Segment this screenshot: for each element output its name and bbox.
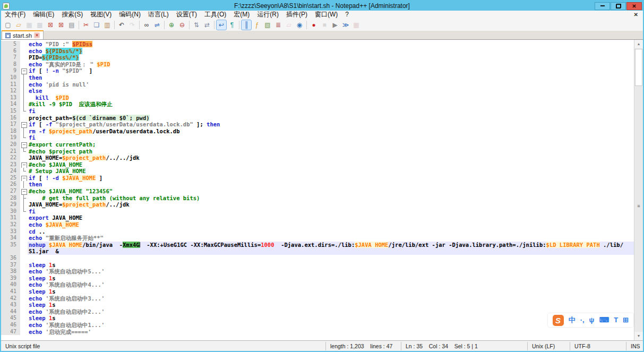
scrollbar-grip-icon[interactable]: ≡ — [634, 203, 643, 209]
code-line[interactable]: 46echo '系统自动启动中1...' — [1, 322, 634, 329]
code-line[interactable]: 40echo '系统自动启动中4...' — [1, 281, 634, 288]
code-line[interactable]: 36 — [1, 255, 634, 262]
menu-item[interactable]: 文件(F) — [1, 11, 29, 19]
fold-marker[interactable] — [20, 188, 28, 195]
word-wrap-icon[interactable]: ↩ — [217, 20, 226, 30]
menu-item[interactable]: 插件(P) — [282, 11, 311, 19]
code-line[interactable]: 39sleep 1s — [1, 275, 634, 282]
status-encoding[interactable]: UTF-8 — [570, 342, 626, 350]
code-line[interactable]: 27#echo $JAVA_HOME "123456" — [1, 188, 634, 195]
code-line[interactable]: 16project_path=$(cd `dirname $0`; pwd) — [1, 115, 634, 122]
zoom-out-icon[interactable]: ⊖ — [177, 20, 187, 30]
sync-horizontal-scroll-icon[interactable]: ⇄ — [202, 20, 212, 30]
code-line[interactable]: 11echo 'pid is null' — [1, 81, 634, 88]
close-button[interactable]: ✕ — [626, 2, 642, 10]
tab-start-sh[interactable]: start.sh ✕ — [2, 30, 44, 39]
code-line[interactable]: 22JAVA_HOME=$project_path/../../jdk — [1, 154, 634, 161]
code-line[interactable]: 34echo "重新启动服务开始**" — [1, 235, 634, 242]
code-line[interactable]: 30fi — [1, 208, 634, 215]
code-line[interactable]: 10then — [1, 74, 634, 81]
code-line[interactable]: 47echo '启动完成=====' — [1, 329, 634, 336]
menu-item[interactable]: 设置(T) — [173, 11, 201, 19]
code-line[interactable]: 44echo '系统自动启动中2...' — [1, 308, 634, 315]
code-line[interactable]: 12else — [1, 88, 634, 95]
copy-icon[interactable]: ❏ — [92, 20, 101, 30]
scroll-down-icon[interactable]: ▼ — [634, 332, 643, 340]
menu-item[interactable]: ? — [341, 11, 353, 19]
code-line[interactable]: 7PID=${PIDss%/*} — [1, 54, 634, 61]
code-area[interactable]: 5echo "PID :" $PIDss6echo ${PIDss%/*}7PI… — [1, 41, 634, 340]
ime-toolbox-icon[interactable]: ⊞ — [623, 314, 629, 327]
code-line[interactable]: 26then — [1, 181, 634, 188]
ime-soft-keyboard-icon[interactable]: ⌨ — [599, 314, 609, 327]
status-insert-mode[interactable]: INS — [626, 342, 643, 350]
code-line[interactable]: 8echo "真实的PID是： " $PID — [1, 61, 634, 68]
code-line[interactable]: 37sleep 1s — [1, 262, 634, 269]
indent-guide-icon[interactable]: ║ — [242, 20, 251, 30]
code-line[interactable]: 41sleep 1s — [1, 288, 634, 295]
ime-punctuation-icon[interactable]: ·, — [580, 314, 585, 327]
code-line[interactable]: 29JAVA_HOME=$project_path/../jdk — [1, 201, 634, 208]
code-line[interactable]: 15fi — [1, 108, 634, 115]
replace-icon[interactable]: ⇌ — [152, 20, 162, 30]
fold-marker[interactable] — [20, 141, 28, 148]
menu-item[interactable]: 语言(L) — [144, 11, 173, 19]
tab-close-icon[interactable]: ✕ — [34, 32, 40, 38]
status-eol-format[interactable]: Unix (LF) — [527, 342, 570, 350]
menu-item[interactable]: 运行(R) — [253, 11, 282, 19]
code-line[interactable]: S1.jar & — [1, 248, 634, 255]
menu-item[interactable]: 宏(M) — [230, 11, 253, 19]
code-line[interactable]: 19fi — [1, 134, 634, 141]
document-close-button[interactable]: ✕ — [629, 12, 643, 18]
minimize-button[interactable] — [595, 2, 610, 10]
find-icon[interactable]: ∞ — [142, 20, 151, 30]
ime-chinese-mode-icon[interactable]: 中 — [569, 314, 576, 327]
macro-record-icon[interactable]: ● — [309, 20, 319, 30]
code-line[interactable]: 28 # get the full path (without any rela… — [1, 195, 634, 202]
new-file-icon[interactable]: ▢ — [3, 20, 13, 30]
code-line[interactable]: 13 kill $PID — [1, 95, 634, 101]
macro-run-multiple-icon[interactable]: ≫ — [341, 20, 350, 30]
code-line[interactable]: 35nohup $JAVA_HOME/bin/java -Xmx4G -XX:+… — [1, 242, 634, 248]
menu-item[interactable]: 编辑(E) — [29, 11, 58, 19]
menu-item[interactable]: 视图(V) — [87, 11, 115, 19]
ime-skin-icon[interactable]: T — [614, 314, 618, 327]
code-line[interactable]: 18rm -f $project_path/userData/userdata.… — [1, 128, 634, 135]
show-all-chars-icon[interactable]: ¶ — [227, 20, 237, 30]
close-all-icon[interactable]: ⊠ — [56, 20, 66, 30]
code-line[interactable]: 45sleep 1s — [1, 315, 634, 322]
code-line[interactable]: 20#export currentPath; — [1, 141, 634, 148]
code-line[interactable]: 21#echo $project_path — [1, 148, 634, 155]
print-icon[interactable]: ▤ — [67, 20, 76, 30]
code-line[interactable]: 33cd .. — [1, 228, 634, 235]
fold-marker[interactable] — [20, 161, 28, 168]
paste-icon[interactable]: ▥ — [102, 20, 112, 30]
code-line[interactable]: 9if [ ! -n "$PID" ] — [1, 67, 634, 74]
vertical-scrollbar[interactable]: ▲ ≡ ▼ — [634, 40, 643, 340]
code-line[interactable]: 31export JAVA_HOME — [1, 214, 634, 221]
restore-button[interactable] — [611, 2, 626, 10]
zoom-in-icon[interactable]: ⊕ — [167, 20, 176, 30]
ime-voice-icon[interactable]: ψ — [589, 314, 595, 327]
fold-marker[interactable] — [20, 67, 28, 74]
cut-icon[interactable]: ✂ — [81, 20, 91, 30]
code-line[interactable]: 6echo ${PIDss%/*} — [1, 48, 634, 55]
code-line[interactable]: 25if [ ! -d $JAVA_HOME ] — [1, 175, 634, 182]
code-line[interactable]: 43sleep 1s — [1, 302, 634, 308]
menu-item[interactable]: 搜索(S) — [58, 11, 87, 19]
code-line[interactable]: 24# Setup JAVA_HOME — [1, 168, 634, 175]
fold-marker[interactable] — [20, 121, 28, 128]
code-line[interactable]: 38echo '系统自动启动中5...' — [1, 268, 634, 275]
fold-marker[interactable] — [20, 175, 28, 182]
code-line[interactable]: 5echo "PID :" $PIDss — [1, 41, 634, 48]
code-line[interactable]: 14#kill -9 $PID 应该温和停止 — [1, 101, 634, 108]
menu-item[interactable]: 编码(N) — [115, 11, 144, 19]
code-line[interactable]: 17if [ -f "$project_path/userData/userda… — [1, 121, 634, 128]
function-list-icon[interactable]: ƒ — [252, 20, 262, 30]
document-map-icon[interactable]: ▧ — [263, 20, 272, 30]
code-line[interactable]: 32echo $JAVA_HOME — [1, 221, 634, 228]
menu-item[interactable]: 工具(O) — [201, 11, 230, 19]
macro-play-icon[interactable]: ▶ — [330, 20, 340, 30]
code-line[interactable]: 42echo '系统自动启动中3...' — [1, 295, 634, 302]
code-line[interactable]: 23#echo $JAVA_HOME — [1, 161, 634, 168]
